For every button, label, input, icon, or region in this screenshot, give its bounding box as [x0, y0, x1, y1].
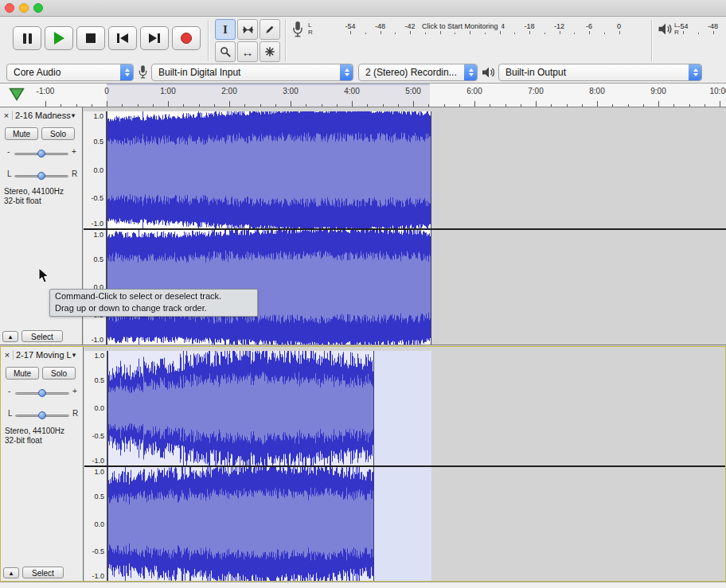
track1-channel-left[interactable]: 1.00.50.0-0.5-1.0: [84, 111, 726, 228]
track2-channel-right[interactable]: 1.00.50.0-0.5-1.0: [84, 467, 725, 581]
solo-button[interactable]: Solo: [41, 127, 75, 140]
meter-scale-label: -18: [524, 22, 534, 30]
track-menu-icon[interactable]: ▾: [72, 111, 76, 119]
timeline-tick: [643, 104, 644, 107]
timeline-tick: [705, 104, 705, 107]
minimize-window-button[interactable]: [19, 3, 29, 13]
timeline-tick: [122, 104, 123, 107]
pencil-icon: [264, 24, 275, 35]
pinned-play-head-icon[interactable]: [9, 88, 25, 101]
play-button[interactable]: [45, 26, 73, 50]
recording-meter[interactable]: 0-6-12-18-24-30-36-42-48-54 Click to Sta…: [350, 22, 629, 37]
timeline-label: 5:00: [405, 87, 420, 95]
draw-tool-button[interactable]: [260, 19, 280, 40]
recording-device-select[interactable]: Built-in Digital Input: [151, 64, 353, 81]
waveform-track2-right[interactable]: [107, 467, 374, 581]
meter-tick: [683, 31, 684, 34]
pan-slider-thumb[interactable]: [37, 172, 45, 180]
meter-scale-label: -12: [554, 22, 564, 30]
meter-tick: [604, 33, 605, 34]
pause-button[interactable]: [13, 26, 41, 50]
timeshift-icon: ↔: [242, 45, 254, 59]
timeline-tick: [689, 104, 690, 107]
meter-tick: [713, 31, 714, 34]
selection-tool-button[interactable]: I: [215, 19, 236, 40]
waveform-track2-left[interactable]: [107, 351, 374, 465]
timeline-label: 9:00: [650, 87, 666, 95]
stop-button[interactable]: [76, 26, 105, 50]
track-menu-icon[interactable]: ▾: [72, 351, 76, 359]
timeline-tick: [505, 104, 506, 107]
meter-scale-label: -54: [677, 22, 688, 30]
selected-empty-region[interactable]: [374, 467, 431, 581]
meter-tick: [619, 31, 620, 34]
meter-tick: [574, 33, 575, 34]
skip-to-end-button[interactable]: [140, 26, 169, 50]
tracks-area: 1.00.50.0-0.5-1.0 1.00.50.0-0.5-1.0 × 2-…: [0, 107, 726, 582]
toolbar-area: I ↔: [0, 17, 726, 84]
timeline-label: 3:00: [283, 87, 298, 95]
envelope-tool-button[interactable]: [237, 19, 258, 40]
monitoring-text[interactable]: Click to Start Monitoring: [419, 21, 502, 31]
gain-slider-thumb[interactable]: [38, 389, 46, 397]
play-icon: [54, 32, 64, 45]
select-track-button[interactable]: Select: [21, 330, 63, 342]
playback-device-select[interactable]: Built-in Output: [498, 64, 702, 81]
collapse-track-button[interactable]: ▴: [3, 567, 19, 578]
timeline-tick: [153, 104, 154, 107]
track1-channel-right[interactable]: 1.00.50.0-0.5-1.0: [84, 230, 726, 345]
collapse-track-button[interactable]: ▴: [2, 331, 18, 342]
mute-button[interactable]: Mute: [6, 367, 39, 380]
meter-scale-label: -42: [404, 22, 415, 30]
skip-to-start-button[interactable]: [108, 26, 137, 50]
solo-button[interactable]: Solo: [42, 367, 76, 380]
track1-title[interactable]: 2-16 Madness: [15, 111, 71, 120]
vertical-scale-label: 1.0: [93, 231, 103, 239]
vertical-scale-label: 0.5: [93, 255, 103, 263]
timeline-tick: [474, 101, 475, 107]
close-track-button[interactable]: ×: [1, 111, 13, 120]
timeline-tick: [76, 104, 77, 107]
zoom-window-button[interactable]: [33, 3, 43, 13]
close-window-button[interactable]: [5, 3, 14, 13]
skip-to-end-icon: [149, 33, 160, 43]
timeline-tick: [551, 104, 552, 107]
timeline-tick: [138, 104, 139, 107]
multi-tool-button[interactable]: [260, 41, 280, 62]
recording-meter-channel-labels: L R: [308, 21, 313, 36]
timeline-tick: [398, 104, 399, 107]
vertical-ruler: 1.00.50.0-0.5-1.0: [84, 230, 107, 345]
track2-channel-left[interactable]: 1.00.50.0-0.5-1.0: [84, 351, 725, 465]
meter-tick: [500, 31, 501, 34]
recording-channels-select[interactable]: 2 (Stereo) Recordin...: [358, 64, 478, 81]
timeline-ruler[interactable]: -1:0001:002:003:004:005:006:007:008:009:…: [0, 84, 726, 107]
track2-title[interactable]: 2-17 Moving L: [16, 350, 72, 360]
audio-host-select[interactable]: Core Audio: [6, 64, 134, 81]
close-track-button[interactable]: ×: [2, 350, 14, 360]
gain-slider-thumb[interactable]: [37, 150, 45, 158]
timeline-tick: [214, 104, 215, 107]
output-speaker-icon: [482, 66, 496, 79]
playback-meter[interactable]: -42-48-54: [683, 22, 726, 37]
stepper-icon: [464, 64, 478, 81]
select-track-button[interactable]: Select: [22, 567, 64, 578]
record-button[interactable]: [172, 26, 201, 50]
timeline-label: 4:00: [344, 87, 359, 95]
timeline-tick: [413, 101, 414, 107]
vertical-scale-label: 1.0: [94, 468, 104, 476]
meter-scale-label: -48: [375, 22, 385, 30]
track2-control-panel[interactable]: × 2-17 Moving L ▾ Mute Solo - + L R Ster…: [1, 347, 84, 581]
selected-empty-region[interactable]: [374, 351, 431, 465]
waveform-track1-right[interactable]: [107, 230, 431, 345]
timeline-tick: [168, 101, 169, 107]
waveform-track1-left[interactable]: [107, 111, 431, 228]
meter-tick: [455, 33, 455, 34]
pan-slider-thumb[interactable]: [38, 411, 46, 419]
timeline-tick: [229, 101, 230, 107]
mute-button[interactable]: Mute: [5, 127, 38, 140]
vertical-scale-label: 0.5: [93, 138, 103, 146]
vertical-scale-label: -1.0: [91, 336, 103, 344]
record-icon: [181, 33, 192, 44]
timeshift-tool-button[interactable]: ↔: [237, 41, 258, 62]
zoom-tool-button[interactable]: [215, 41, 236, 62]
